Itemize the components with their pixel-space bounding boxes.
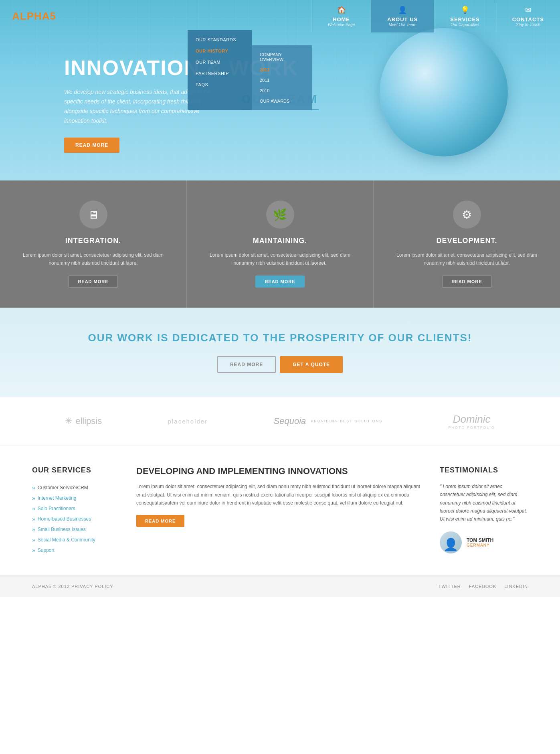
services-column: OUR SERVICES Customer Service/CRM Intern… (32, 466, 120, 555)
dropdown-history-menu: COMPANY OVERVIEW 2012 2011 2010 OUR AWAR… (252, 45, 312, 110)
nav-home-sub: Welcome Page (328, 22, 355, 27)
dedication-buttons: READ MORE GET A QUOTE (16, 356, 544, 373)
development-readmore-button[interactable]: READ MORE (442, 276, 491, 288)
footer-copyright: ALPHA5 © 2012 PRIVACY POLICY (32, 584, 113, 589)
service-support[interactable]: Support (32, 545, 120, 555)
dedication-quote-button[interactable]: GET A QUOTE (280, 356, 343, 373)
logo-placeholder[interactable]: placeholder (168, 418, 208, 425)
development-column: DEVELOPING AND IMPLEMENTING INNOVATIONS … (136, 466, 424, 555)
nav-contacts-sub: Stay In Touch (516, 22, 540, 27)
service-solo-link[interactable]: Solo Practitioners (38, 506, 75, 511)
about-icon: 👤 (398, 6, 407, 14)
services-heading: OUR SERVICES (32, 466, 120, 474)
service-social-link[interactable]: Social Media & Community (38, 537, 95, 543)
dropdown-partnership[interactable]: PARTNERSHIP (188, 68, 252, 79)
contacts-icon: ✉ (525, 6, 531, 14)
dropdown-our-team[interactable]: OUR TEAM (188, 57, 252, 68)
logo-alpha: ALPHA (12, 10, 50, 22)
dev-title: DEVELOPING AND IMPLEMENTING INNOVATIONS (136, 466, 424, 476)
person-country: GERMANY (467, 543, 493, 547)
maintaining-title: MAINTAINING. (203, 237, 357, 245)
nav-about-sub: Meet Our Team (389, 22, 416, 27)
integration-title: INTEGRATION. (16, 237, 170, 245)
nav-item-about[interactable]: 👤 ABOUT US Meet Our Team (371, 0, 434, 32)
top-nav: ALPHA5 🏠 HOME Welcome Page 👤 ABOUT US Me… (0, 0, 560, 32)
avatar-face-icon: 👤 (443, 537, 458, 551)
sequoia-logo-content: Sequoia PROVIDING BEST SOLUTIONS (274, 416, 383, 426)
nav-about-label: ABOUT US (387, 16, 418, 22)
logo-sequoia[interactable]: Sequoia PROVIDING BEST SOLUTIONS (274, 416, 383, 426)
service-small-link[interactable]: Small Business Issues (38, 527, 86, 532)
development-desc: Lorem ipsum dolor sit amet, consectetuer… (390, 251, 544, 268)
nav-item-services[interactable]: 💡 SERVICES Our Capabilities (434, 0, 496, 32)
dev-text: Lorem ipsum dolor sit amet, consectetuer… (136, 482, 424, 507)
hero-readmore-button[interactable]: READ MORE (64, 138, 119, 153)
integration-icon: 🖥 (79, 201, 107, 229)
sequoia-sub: PROVIDING BEST SOLUTIONS (311, 419, 382, 423)
service-support-link[interactable]: Support (38, 547, 55, 553)
logo-dominic[interactable]: Dominic PHOTO PORTFOLIO (449, 413, 495, 430)
services-list: Customer Service/CRM Internet Marketing … (32, 482, 120, 555)
dropdown-standards[interactable]: OUR STANDARDS (188, 34, 252, 45)
service-crm-label: Customer Service/CRM (38, 485, 88, 491)
dominic-text: Dominic (453, 413, 491, 426)
maintaining-icon: 🌿 (266, 201, 294, 229)
person-name: TOM SMITH (467, 537, 493, 543)
person-info: TOM SMITH GERMANY (467, 537, 493, 547)
ellipsis-text: ellipsis (75, 416, 102, 426)
service-small-business[interactable]: Small Business Issues (32, 524, 120, 535)
testimonial-quote: " Lorem ipsum dolor sit arnec onsectetue… (440, 482, 528, 523)
dedication-readmore-button[interactable]: READ MORE (217, 356, 276, 373)
features-section: 🖥 INTEGRATION. Lorem ipsum dolor sit ame… (0, 180, 560, 308)
avatar: 👤 (440, 531, 462, 553)
service-internet-marketing[interactable]: Internet Marketing (32, 493, 120, 503)
dropdown-overlay: OUR STANDARDS OUR HISTORY OUR TEAM PARTN… (0, 30, 560, 110)
footer-facebook[interactable]: FACEBOOK (469, 584, 497, 589)
service-social-media[interactable]: Social Media & Community (32, 535, 120, 545)
service-crm: Customer Service/CRM (32, 482, 120, 493)
service-solo-practitioners[interactable]: Solo Practitioners (32, 503, 120, 514)
dropdown-history[interactable]: OUR HISTORY (188, 45, 252, 57)
nav-items: 🏠 HOME Welcome Page 👤 ABOUT US Meet Our … (311, 0, 560, 32)
testimonial-person: 👤 TOM SMITH GERMANY (440, 531, 528, 553)
service-home-based[interactable]: Home-based Businesses (32, 514, 120, 524)
testimonials-column: TESTIMONIALS " Lorem ipsum dolor sit arn… (440, 466, 528, 555)
development-icon: ⚙ (453, 201, 481, 229)
logo-number: 5 (50, 10, 56, 22)
dropdown-2010[interactable]: 2010 (252, 85, 312, 96)
dropdown-faqs[interactable]: FAQS (188, 79, 252, 90)
logo-ellipsis[interactable]: ✳ ellipsis (65, 416, 102, 426)
dropdown-awards[interactable]: OUR AWARDS (252, 96, 312, 106)
footer-linkedin[interactable]: LINKEDIN (504, 584, 528, 589)
nav-contacts-label: CONTACTS (512, 16, 544, 22)
logo-text[interactable]: ALPHA5 (12, 10, 56, 22)
maintaining-readmore-button[interactable]: READ MORE (255, 276, 304, 288)
nav-item-home[interactable]: 🏠 HOME Welcome Page (311, 0, 371, 32)
footer-twitter[interactable]: TWITTER (439, 584, 461, 589)
service-internet-marketing-link[interactable]: Internet Marketing (38, 495, 77, 501)
service-home-link[interactable]: Home-based Businesses (38, 516, 91, 522)
feature-integration: 🖥 INTEGRATION. Lorem ipsum dolor sit ame… (0, 180, 187, 308)
dominic-sub: PHOTO PORTFOLIO (449, 426, 495, 430)
dropdown-company-overview[interactable]: COMPANY OVERVIEW (252, 49, 312, 65)
nav-services-sub: Our Capabilities (451, 22, 479, 27)
testimonials-heading: TESTIMONIALS (440, 466, 528, 474)
services-icon: 💡 (461, 6, 469, 14)
bottom-section: OUR SERVICES Customer Service/CRM Intern… (0, 446, 560, 576)
dev-readmore-button[interactable]: READ MORE (136, 515, 184, 527)
logo-area: ALPHA5 (0, 0, 68, 32)
ellipsis-star-icon: ✳ (65, 416, 72, 426)
footer-social-links: TWITTER FACEBOOK LINKEDIN (439, 584, 528, 589)
integration-readmore-button[interactable]: READ MORE (69, 276, 117, 288)
sequoia-text: Sequoia (274, 416, 306, 426)
dropdown-2011[interactable]: 2011 (252, 75, 312, 85)
dedication-section: OUR WORK IS DEDICATED TO THE PROSPERITY … (0, 308, 560, 397)
nav-services-label: SERVICES (450, 16, 480, 22)
feature-maintaining: 🌿 MAINTAINING. Lorem ipsum dolor sit ame… (187, 180, 374, 308)
logos-section: ✳ ellipsis placeholder Sequoia PROVIDING… (0, 397, 560, 446)
nav-item-contacts[interactable]: ✉ CONTACTS Stay In Touch (496, 0, 560, 32)
home-icon: 🏠 (337, 6, 346, 14)
dropdown-about: OUR STANDARDS OUR HISTORY OUR TEAM PARTN… (188, 30, 252, 110)
dropdown-2012[interactable]: 2012 (252, 65, 312, 75)
placeholder-text: placeholder (168, 418, 208, 425)
